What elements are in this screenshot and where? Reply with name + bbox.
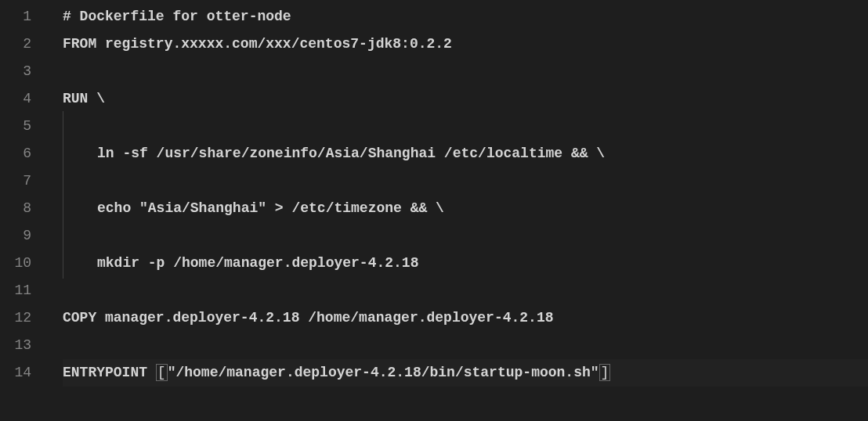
line-number: 12 <box>0 304 31 332</box>
line-number: 5 <box>0 113 31 140</box>
line-number: 6 <box>0 140 31 167</box>
code-line[interactable]: RUN \ <box>63 85 868 113</box>
code-token <box>147 365 156 380</box>
line-number: 2 <box>0 31 31 58</box>
code-line[interactable] <box>63 222 868 250</box>
line-number: 3 <box>0 58 31 85</box>
code-token: ENTRYPOINT <box>63 365 147 380</box>
indent-guide <box>63 250 97 277</box>
code-token: COPY <box>63 310 96 326</box>
code-line[interactable]: echo "Asia/Shanghai" > /etc/timezone && … <box>63 195 868 222</box>
code-token: \ <box>88 91 105 106</box>
line-number: 13 <box>0 332 31 359</box>
line-number: 11 <box>0 277 31 304</box>
code-token: [ <box>156 364 168 381</box>
line-number: 1 <box>0 3 31 31</box>
code-token: "/home/manager.deployer-4.2.18/bin/start… <box>168 365 599 380</box>
line-number: 7 <box>0 167 31 195</box>
code-token: FROM <box>63 36 96 52</box>
code-line[interactable]: FROM registry.xxxxx.com/xxx/centos7-jdk8… <box>63 31 868 58</box>
code-content[interactable]: # Dockerfile for otter-nodeFROM registry… <box>47 3 868 421</box>
code-token: registry.xxxxx.com/xxx/centos7-jdk8:0.2.… <box>96 36 452 52</box>
code-token: # Dockerfile for otter-node <box>63 9 291 24</box>
line-number: 9 <box>0 222 31 250</box>
line-number: 10 <box>0 250 31 277</box>
code-token: ] <box>599 364 611 381</box>
code-line[interactable] <box>63 113 868 140</box>
indent-guide <box>63 167 97 195</box>
line-number: 4 <box>0 85 31 113</box>
code-token: echo "Asia/Shanghai" > /etc/timezone && … <box>97 200 444 216</box>
indent-guide <box>63 140 97 167</box>
indent-guide <box>63 195 97 222</box>
code-line[interactable] <box>63 277 868 304</box>
line-number: 14 <box>0 359 31 387</box>
code-line[interactable]: ln -sf /usr/share/zoneinfo/Asia/Shanghai… <box>63 140 868 167</box>
code-line[interactable] <box>63 167 868 195</box>
code-line[interactable] <box>63 332 868 359</box>
code-editor[interactable]: 1234567891011121314 # Dockerfile for ott… <box>0 3 868 421</box>
code-token: manager.deployer-4.2.18 /home/manager.de… <box>96 310 553 326</box>
line-number-gutter: 1234567891011121314 <box>0 3 47 421</box>
code-token: mkdir -p /home/manager.deployer-4.2.18 <box>97 255 418 271</box>
code-line[interactable]: mkdir -p /home/manager.deployer-4.2.18 <box>63 250 868 277</box>
code-token: RUN <box>63 91 88 106</box>
code-line[interactable]: ENTRYPOINT ["/home/manager.deployer-4.2.… <box>63 359 868 387</box>
line-number: 8 <box>0 195 31 222</box>
code-line[interactable]: COPY manager.deployer-4.2.18 /home/manag… <box>63 304 868 332</box>
code-token: ln -sf /usr/share/zoneinfo/Asia/Shanghai… <box>97 146 605 161</box>
code-line[interactable]: # Dockerfile for otter-node <box>63 3 868 31</box>
indent-guide <box>63 222 97 250</box>
code-line[interactable] <box>63 58 868 85</box>
indent-guide <box>63 113 97 140</box>
